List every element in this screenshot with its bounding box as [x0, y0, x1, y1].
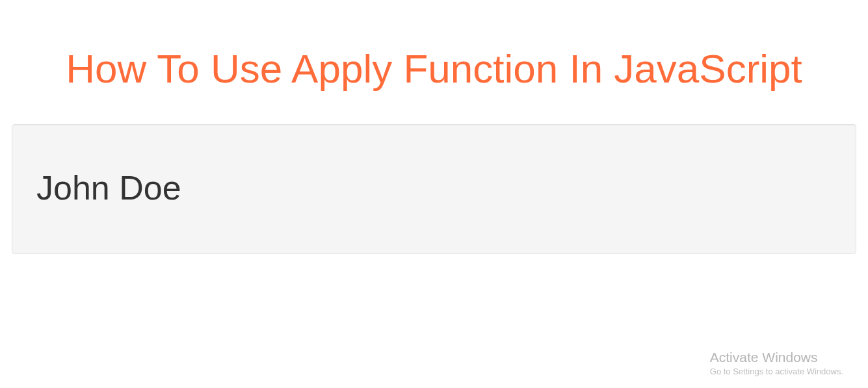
output-text: John Doe	[36, 170, 843, 207]
watermark-subtitle: Go to Settings to activate Windows.	[710, 367, 843, 376]
page-title: How To Use Apply Function In JavaScript	[0, 45, 868, 92]
windows-activation-watermark: Activate Windows Go to Settings to activ…	[710, 350, 843, 376]
output-well: John Doe	[12, 124, 856, 254]
watermark-title: Activate Windows	[710, 350, 843, 365]
